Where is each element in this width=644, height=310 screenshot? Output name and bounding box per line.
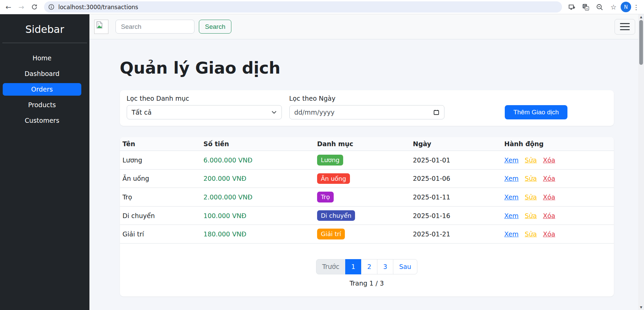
category-badge: Trọ	[317, 192, 334, 202]
view-link[interactable]: Xem	[504, 193, 519, 201]
translate-icon[interactable]: G x	[582, 3, 589, 11]
category-badge: Giải trí	[317, 229, 345, 239]
category-select[interactable]: Tất cả	[127, 105, 282, 119]
pagination-page-3[interactable]: 3	[377, 259, 393, 274]
page-summary: Trang 1 / 3	[120, 279, 614, 287]
url-text: localhost:3000/transactions	[58, 4, 138, 11]
sidebar-nav: HomeDashboardOrdersProductsCustomers	[0, 43, 89, 127]
profile-avatar[interactable]: N	[621, 2, 631, 12]
forward-icon[interactable]: →	[16, 1, 27, 13]
column-header: Tên	[120, 137, 201, 151]
pagination-prev-button[interactable]: Trước	[316, 259, 346, 274]
transaction-amount: 6.000.000 VNĐ	[201, 151, 314, 170]
transaction-amount: 200.000 VNĐ	[201, 169, 314, 188]
delete-link[interactable]: Xóa	[543, 175, 555, 182]
browser-menu-icon[interactable]: ⋮	[632, 3, 640, 11]
page-scrollbar[interactable]: ▲ ▼	[638, 14, 644, 310]
transaction-actions: Xem Sửa Xóa	[502, 188, 614, 207]
view-link[interactable]: Xem	[504, 230, 519, 238]
transaction-date: 2025-01-16	[410, 206, 502, 225]
column-header: Số tiền	[201, 137, 314, 151]
chevron-down-icon	[271, 110, 277, 115]
category-badge: Ăn uống	[317, 173, 350, 184]
pagination-page-2[interactable]: 2	[361, 259, 377, 274]
transaction-name: Lương	[120, 151, 201, 170]
view-link[interactable]: Xem	[504, 175, 519, 182]
browser-chrome: ← → localhost:3000/transactions G x	[0, 0, 644, 14]
delete-link[interactable]: Xóa	[543, 156, 555, 164]
transaction-date: 2025-01-21	[410, 225, 502, 244]
column-header: Hành động	[502, 137, 614, 151]
table-row: Trọ 2.000.000 VNĐ Trọ 2025-01-11 Xem Sửa…	[120, 188, 614, 207]
edit-link[interactable]: Sửa	[525, 230, 537, 238]
search-button[interactable]: Search	[199, 20, 231, 34]
search-input[interactable]	[116, 20, 194, 34]
transactions-table: TênSố tiềnDanh mụcNgàyHành động Lương 6.…	[120, 137, 614, 244]
scrollbar-down-icon[interactable]: ▼	[640, 305, 642, 310]
date-filter-group: Lọc theo Ngày dd/mm/yyyy	[289, 95, 444, 119]
info-icon[interactable]	[48, 4, 55, 10]
install-icon[interactable]	[568, 3, 576, 11]
view-link[interactable]: Xem	[504, 212, 519, 219]
delete-link[interactable]: Xóa	[543, 230, 555, 238]
sidebar-item-dashboard[interactable]: Dashboard	[3, 67, 81, 80]
category-filter-label: Lọc theo Danh mục	[127, 95, 282, 102]
date-filter-label: Lọc theo Ngày	[289, 95, 444, 102]
transaction-category-cell: Giải trí	[314, 225, 410, 244]
date-input[interactable]: dd/mm/yyyy	[289, 105, 444, 119]
transaction-category-cell: Ăn uống	[314, 169, 410, 188]
transaction-date: 2025-01-01	[410, 151, 502, 170]
add-transaction-button[interactable]: Thêm Giao dịch	[505, 105, 567, 119]
pagination-next-button[interactable]: Sau	[393, 259, 417, 274]
main-pane: Search Quản lý Giao dịch Lọc theo Danh m…	[89, 14, 644, 310]
table-row: Ăn uống 200.000 VNĐ Ăn uống 2025-01-06 X…	[120, 169, 614, 188]
delete-link[interactable]: Xóa	[543, 193, 555, 201]
chrome-actions: G x ☆	[566, 3, 619, 11]
sidebar-item-orders[interactable]: Orders	[3, 83, 81, 96]
sidebar-title: Sidebar	[0, 14, 89, 43]
page-title: Quản lý Giao dịch	[120, 58, 614, 77]
transaction-name: Giải trí	[120, 225, 201, 244]
filter-card: Lọc theo Danh mục Tất cả Lọc theo Ngày d…	[120, 90, 614, 126]
transaction-date: 2025-01-11	[410, 188, 502, 207]
hamburger-menu-icon[interactable]	[615, 19, 635, 35]
transaction-amount: 180.000 VNĐ	[201, 225, 314, 244]
sidebar-item-home[interactable]: Home	[3, 52, 81, 64]
table-row: Giải trí 180.000 VNĐ Giải trí 2025-01-21…	[120, 225, 614, 244]
address-bar[interactable]: localhost:3000/transactions	[44, 1, 562, 13]
sidebar-item-products[interactable]: Products	[3, 99, 81, 111]
transaction-name: Trọ	[120, 188, 201, 207]
delete-link[interactable]: Xóa	[543, 212, 555, 219]
category-badge: Lương	[317, 155, 343, 166]
transaction-actions: Xem Sửa Xóa	[502, 151, 614, 170]
table-row: Lương 6.000.000 VNĐ Lương 2025-01-01 Xem…	[120, 151, 614, 170]
category-select-value: Tất cả	[132, 109, 152, 116]
pagination: Trước 123 Sau	[316, 259, 417, 274]
sidebar: Sidebar HomeDashboardOrdersProductsCusto…	[0, 14, 89, 310]
edit-link[interactable]: Sửa	[525, 156, 537, 164]
scrollbar-thumb[interactable]	[639, 20, 643, 65]
column-header: Danh mục	[314, 137, 410, 151]
sidebar-item-customers[interactable]: Customers	[3, 114, 81, 127]
pagination-page-1[interactable]: 1	[345, 259, 361, 274]
table-row: Di chuyển 100.000 VNĐ Di chuyển 2025-01-…	[120, 206, 614, 225]
calendar-icon[interactable]	[433, 109, 439, 115]
scrollbar-up-icon[interactable]: ▲	[640, 14, 642, 20]
topbar: Search	[89, 14, 644, 39]
view-link[interactable]: Xem	[504, 156, 519, 164]
transaction-category-cell: Lương	[314, 151, 410, 170]
zoom-out-icon[interactable]	[596, 3, 603, 11]
reload-icon	[31, 4, 38, 10]
transactions-table-card: TênSố tiềnDanh mụcNgàyHành động Lương 6.…	[120, 137, 614, 296]
back-icon[interactable]: ←	[3, 1, 14, 13]
app-frame: Sidebar HomeDashboardOrdersProductsCusto…	[0, 14, 644, 310]
edit-link[interactable]: Sửa	[525, 175, 537, 182]
transaction-amount: 100.000 VNĐ	[201, 206, 314, 225]
bookmark-star-icon[interactable]: ☆	[610, 3, 617, 11]
edit-link[interactable]: Sửa	[525, 212, 537, 219]
column-header: Ngày	[410, 137, 502, 151]
edit-link[interactable]: Sửa	[525, 193, 537, 201]
table-header-row: TênSố tiềnDanh mụcNgàyHành động	[120, 137, 614, 151]
reload-icon[interactable]	[28, 1, 40, 13]
transaction-amount: 2.000.000 VNĐ	[201, 188, 314, 207]
